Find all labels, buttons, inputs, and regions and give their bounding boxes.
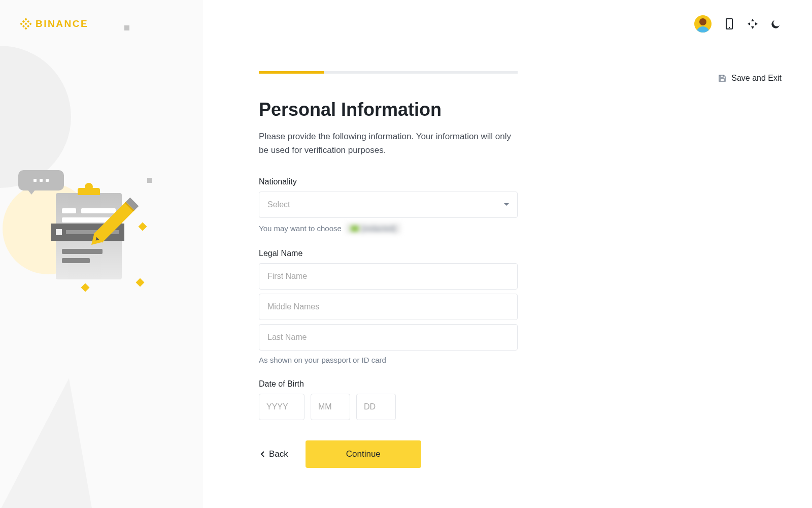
brand-name: BINANCE bbox=[36, 18, 88, 29]
chevron-left-icon bbox=[261, 451, 265, 457]
form-container: Personal Information Please provide the … bbox=[259, 0, 523, 468]
nationality-select[interactable]: Select bbox=[259, 192, 518, 218]
nationality-group: Nationality Select You may want to choos… bbox=[259, 177, 523, 234]
progress-bar bbox=[259, 71, 518, 74]
first-name-field[interactable] bbox=[259, 263, 518, 290]
nationality-hint-row: You may want to choose [redacted] bbox=[259, 223, 523, 234]
avatar[interactable] bbox=[694, 15, 712, 33]
legal-name-label: Legal Name bbox=[259, 249, 523, 258]
progress-fill bbox=[259, 71, 324, 74]
save-and-exit-button[interactable]: Save and Exit bbox=[718, 74, 782, 83]
decor-diamond bbox=[136, 278, 145, 287]
legal-name-hint: As shown on your passport or ID card bbox=[259, 356, 523, 364]
illustration-clipboard bbox=[15, 173, 157, 315]
nationality-hint: You may want to choose bbox=[259, 224, 342, 233]
sidebar: BINANCE bbox=[0, 0, 203, 508]
svg-rect-8 bbox=[27, 25, 29, 27]
nationality-placeholder: Select bbox=[267, 200, 290, 209]
svg-rect-0 bbox=[24, 18, 27, 20]
last-name-field[interactable] bbox=[259, 324, 518, 351]
page-title: Personal Information bbox=[259, 99, 523, 120]
back-button[interactable]: Back bbox=[259, 442, 290, 466]
flag-icon bbox=[351, 226, 359, 232]
binance-logo-icon bbox=[20, 18, 31, 29]
svg-rect-6 bbox=[27, 20, 29, 23]
svg-rect-2 bbox=[20, 22, 22, 25]
decor-circle bbox=[0, 46, 71, 188]
nationality-label: Nationality bbox=[259, 177, 523, 186]
dob-label: Date of Birth bbox=[259, 379, 523, 389]
decor-square bbox=[147, 178, 152, 183]
dob-year-field[interactable] bbox=[259, 394, 304, 420]
svg-rect-4 bbox=[24, 22, 27, 25]
brand-logo[interactable]: BINANCE bbox=[0, 0, 203, 48]
globe-icon[interactable] bbox=[747, 18, 758, 29]
continue-button[interactable]: Continue bbox=[306, 440, 421, 468]
suggested-country-chip[interactable]: [redacted] bbox=[346, 223, 401, 234]
main-content: Save and Exit Personal Information Pleas… bbox=[203, 0, 812, 508]
svg-rect-1 bbox=[24, 27, 27, 29]
decor-triangle bbox=[0, 378, 92, 508]
middle-names-field[interactable] bbox=[259, 294, 518, 320]
page-description: Please provide the following information… bbox=[259, 130, 513, 157]
top-actions bbox=[694, 15, 782, 33]
save-exit-label: Save and Exit bbox=[731, 74, 782, 83]
save-icon bbox=[718, 74, 726, 82]
svg-rect-7 bbox=[22, 25, 25, 27]
dob-month-field[interactable] bbox=[311, 394, 350, 420]
button-row: Back Continue bbox=[259, 440, 523, 468]
back-label: Back bbox=[269, 449, 288, 459]
dark-mode-icon[interactable] bbox=[770, 18, 782, 29]
decor-diamond bbox=[81, 283, 90, 292]
speech-bubble-icon bbox=[18, 170, 64, 190]
svg-rect-3 bbox=[29, 22, 31, 25]
legal-name-group: Legal Name As shown on your passport or … bbox=[259, 249, 523, 364]
mobile-icon[interactable] bbox=[724, 18, 735, 29]
dob-group: Date of Birth bbox=[259, 379, 523, 420]
decor-diamond bbox=[139, 223, 147, 231]
svg-rect-5 bbox=[22, 20, 25, 23]
suggested-country: [redacted] bbox=[362, 224, 396, 233]
dob-day-field[interactable] bbox=[356, 394, 396, 420]
